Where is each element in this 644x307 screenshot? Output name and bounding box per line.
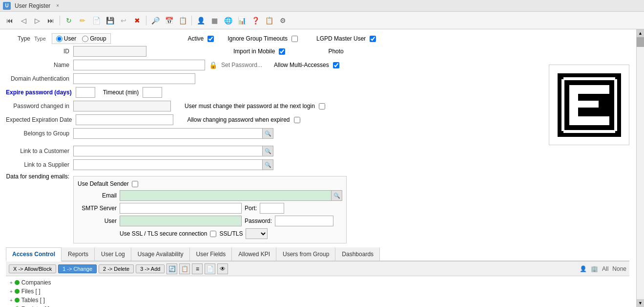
set-password-link[interactable]: Set Password... xyxy=(221,62,262,68)
domain-auth-row: Domain Authentication xyxy=(6,73,629,84)
use-default-sender-checkbox[interactable] xyxy=(132,181,138,187)
user-must-change-checkbox[interactable] xyxy=(319,103,325,110)
chart-button[interactable]: 📊 xyxy=(236,15,248,26)
user-email-input[interactable] xyxy=(120,216,242,226)
next-page-button[interactable]: ▷ xyxy=(31,15,43,26)
globe-button[interactable]: 🌐 xyxy=(222,15,234,26)
use-default-sender-label: Use Default Sender xyxy=(78,180,129,187)
allow-block-btn[interactable]: X -> Allow/Block xyxy=(9,264,56,273)
tab-user-fields[interactable]: User Fields xyxy=(190,247,232,261)
type-header-label: Type xyxy=(34,36,46,42)
password-changed-field[interactable]: 5/29/2024 14:54:30 xyxy=(73,101,171,111)
all-label: All xyxy=(602,265,608,272)
dot-companies xyxy=(15,280,20,285)
expand-companies[interactable]: + xyxy=(10,280,13,285)
title-bar: U User Register × xyxy=(0,0,644,12)
expand-tables[interactable]: + xyxy=(10,298,13,303)
expire-password-row: Expire password (days) 0 Timeout (min) 0 xyxy=(6,87,629,98)
timeout-min-field[interactable]: 0 xyxy=(143,87,162,98)
tab-user-log[interactable]: User Log xyxy=(95,247,131,261)
email-input[interactable] xyxy=(120,191,331,200)
tab-allowed-kpi[interactable]: Allowed KPI xyxy=(232,247,276,261)
search-button[interactable]: 🔎 xyxy=(149,15,161,26)
undo-button[interactable]: ↩ xyxy=(118,15,129,26)
dot-files xyxy=(15,289,20,294)
allow-multi-label: Allow Multi-Accesses xyxy=(274,62,329,68)
first-button[interactable]: ⏮ xyxy=(4,15,16,26)
tab-users-from-group[interactable]: Users from Group xyxy=(276,247,335,261)
link-customer-search-btn[interactable]: 🔍 xyxy=(262,146,273,156)
lgpd-master-checkbox[interactable] xyxy=(370,36,376,42)
calendar-button[interactable]: 📅 xyxy=(163,15,175,26)
expand-files[interactable]: + xyxy=(10,289,13,294)
tab-access-control[interactable]: Access Control xyxy=(6,247,62,262)
edit-button[interactable]: ✏ xyxy=(77,15,88,26)
tab-usage-availability[interactable]: Usage Availability xyxy=(131,247,190,261)
name-row: Name ENGEMAN 🔒 Set Password... Allow Mul… xyxy=(6,60,629,70)
belongs-group-search-btn[interactable]: 🔍 xyxy=(262,128,273,139)
ac-icon-2[interactable]: 📋 xyxy=(179,263,190,274)
ac-icon-5[interactable]: 👁 xyxy=(217,263,228,274)
domain-auth-field[interactable] xyxy=(73,73,195,84)
allow-changing-expired-checkbox[interactable] xyxy=(294,117,300,123)
id-field[interactable]: 1 xyxy=(73,46,146,57)
type-group-radio[interactable]: Group xyxy=(82,35,106,42)
svg-rect-10 xyxy=(615,131,617,133)
import-mobile-label: Import in Mobile xyxy=(233,48,275,55)
link-customer-input[interactable] xyxy=(74,146,262,156)
add-btn[interactable]: 3 -> Add xyxy=(136,264,165,273)
tab-dashboards[interactable]: Dashboards xyxy=(335,247,380,261)
export-button[interactable]: 📋 xyxy=(177,15,188,26)
ac-icon-1[interactable]: 🔄 xyxy=(166,263,177,274)
expected-exp-field[interactable]: <Do not expire> xyxy=(76,114,173,125)
files-label[interactable]: Files [ ] xyxy=(21,288,41,295)
use-ssl-checkbox[interactable] xyxy=(210,231,216,237)
link-supplier-search-btn[interactable]: 🔍 xyxy=(262,159,273,170)
help-button[interactable]: ❓ xyxy=(249,15,261,26)
active-label: Active xyxy=(188,35,204,42)
name-field[interactable]: ENGEMAN xyxy=(73,60,205,70)
tree-item-tables: + Tables [ ] xyxy=(8,296,627,305)
tab-reports[interactable]: Reports xyxy=(62,247,95,261)
allow-multi-checkbox[interactable] xyxy=(333,62,339,68)
timeout-min-label: Timeout (min) xyxy=(103,89,139,96)
sep1 xyxy=(60,16,60,25)
ac-icon-4[interactable]: 📄 xyxy=(205,263,215,274)
companies-label[interactable]: Companies xyxy=(21,279,51,286)
link-supplier-label: Link to a Supplier xyxy=(6,161,69,168)
ac-icon-3[interactable]: ≡ xyxy=(192,263,203,274)
svg-rect-6 xyxy=(569,116,609,125)
tables-label[interactable]: Tables [ ] xyxy=(21,297,45,304)
change-btn[interactable]: 1 -> Change xyxy=(58,264,97,273)
type-row: Type Type User Group Active Ignore Group… xyxy=(6,33,629,44)
save-button[interactable]: 💾 xyxy=(104,15,116,26)
close-button[interactable]: × xyxy=(56,3,59,8)
report-button[interactable]: 📋 xyxy=(263,15,275,26)
last-button[interactable]: ⏭ xyxy=(45,15,57,26)
table-button[interactable]: ▦ xyxy=(208,15,220,26)
port-input[interactable] xyxy=(260,203,284,214)
password-input[interactable] xyxy=(275,216,333,226)
password-changed-label: Password changed in xyxy=(6,103,69,110)
type-user-radio[interactable]: User xyxy=(56,35,76,42)
active-checkbox[interactable] xyxy=(208,36,214,42)
action-button[interactable]: ⚙ xyxy=(277,15,289,26)
refresh-button[interactable]: ↻ xyxy=(63,15,75,26)
ssl-tls-select[interactable]: SSL TLS xyxy=(246,228,268,239)
new-button[interactable]: 📄 xyxy=(90,15,102,26)
user-button[interactable]: 👤 xyxy=(195,15,207,26)
link-supplier-input[interactable] xyxy=(74,160,262,170)
import-mobile-checkbox[interactable] xyxy=(279,48,285,55)
app-icon: U xyxy=(3,2,11,10)
none-label: None xyxy=(612,265,626,272)
email-search-btn[interactable]: 🔍 xyxy=(331,190,342,201)
delete-button[interactable]: ✖ xyxy=(131,15,143,26)
prev-page-button[interactable]: ◁ xyxy=(18,15,29,26)
belongs-group-input[interactable] xyxy=(74,129,262,138)
allow-changing-expired-label: Allow changing password when expired xyxy=(187,116,290,123)
ignore-group-timeouts-checkbox[interactable] xyxy=(291,36,298,42)
id-label: ID xyxy=(6,48,69,55)
expire-password-field[interactable]: 0 xyxy=(76,87,95,98)
smtp-server-input[interactable] xyxy=(120,203,242,214)
delete-btn[interactable]: 2 -> Delete xyxy=(99,264,134,273)
